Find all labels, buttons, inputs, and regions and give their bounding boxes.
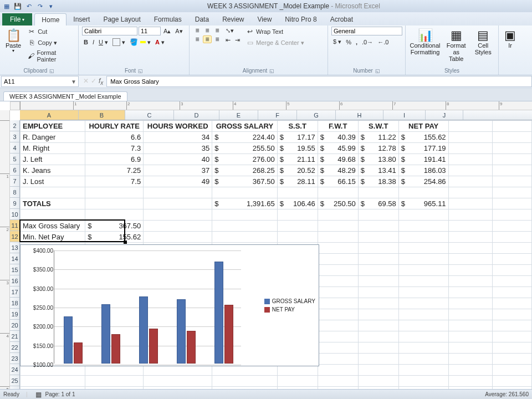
underline-button[interactable]: U ▾ [97, 38, 110, 47]
rowhdr-5[interactable]: 5 [10, 154, 19, 165]
rowhdr-16[interactable]: 16 [10, 275, 19, 287]
clipboard-dialog-icon[interactable]: ◱ [49, 68, 54, 74]
rowhdr-24[interactable]: 24 [10, 364, 19, 375]
increase-indent-button[interactable]: ⇥ [233, 36, 242, 44]
colhdr-F[interactable]: F [258, 110, 297, 120]
rowhdr-19[interactable]: 19 [10, 309, 19, 320]
rowhdr-8[interactable]: 8 [10, 187, 19, 198]
shrink-font-button[interactable]: A▾ [173, 27, 184, 35]
column-headers[interactable]: ABCDEFGHIJ [20, 110, 532, 120]
worksheet-grid[interactable]: 123456789 12345 ABCDEFGHIJ 2345678910111… [0, 101, 532, 389]
rowhdr-17[interactable]: 17 [10, 287, 19, 298]
colhdr-G[interactable]: G [297, 110, 336, 120]
colhdr-A[interactable]: A [20, 110, 79, 120]
colhdr-B[interactable]: B [79, 110, 125, 120]
rowhdr-11[interactable]: 11 [10, 220, 19, 231]
select-all-corner[interactable] [10, 101, 20, 110]
name-box[interactable]: ▼ [1, 76, 79, 87]
qat-dropdown-icon[interactable]: ▾ [47, 2, 55, 11]
tab-page-layout[interactable]: Page Layout [96, 13, 147, 25]
tab-nitro[interactable]: Nitro Pro 8 [278, 13, 323, 25]
alignment-dialog-icon[interactable]: ◱ [269, 68, 274, 74]
rowhdr-14[interactable]: 14 [10, 253, 19, 264]
copy-button[interactable]: ⎘Copy ▾ [25, 38, 75, 48]
enter-edit-icon[interactable]: ✓ [91, 77, 96, 86]
name-box-dropdown-icon[interactable]: ▼ [69, 79, 78, 85]
name-box-input[interactable] [2, 77, 69, 86]
vertical-align[interactable]: ≡≡≡ [193, 27, 222, 34]
rowhdr-22[interactable]: 22 [10, 342, 19, 353]
redo-icon[interactable]: ↷ [35, 2, 44, 11]
increase-decimal-button[interactable]: .0→ [360, 38, 375, 46]
tab-acrobat[interactable]: Acrobat [324, 13, 360, 25]
rowhdr-26[interactable]: 26 [10, 386, 19, 389]
cell-styles-button[interactable]: ▤Cell Styles [471, 27, 495, 58]
bold-button[interactable]: B [82, 38, 90, 46]
cancel-edit-icon[interactable]: ✕ [83, 77, 89, 86]
fill-color-button[interactable]: 🪣▾ [128, 37, 152, 47]
font-color-button[interactable]: A▾ [154, 38, 166, 47]
insert-cells-button[interactable]: ▣Ir [502, 27, 518, 51]
colhdr-J[interactable]: J [426, 110, 463, 120]
undo-icon[interactable]: ↶ [24, 2, 33, 11]
border-button[interactable]: ▾ [111, 38, 127, 47]
format-as-table-button[interactable]: ▦Format as Table [443, 27, 469, 64]
colhdr-D[interactable]: D [174, 110, 219, 120]
colhdr-I[interactable]: I [383, 110, 426, 120]
percent-button[interactable]: % [344, 38, 353, 46]
number-dialog-icon[interactable]: ◱ [375, 68, 380, 74]
tab-insert[interactable]: Insert [66, 13, 96, 25]
file-tab[interactable]: File ▾ [2, 13, 32, 25]
rowhdr-9[interactable]: 9 [10, 198, 19, 209]
rowhdr-10[interactable]: 10 [10, 209, 19, 220]
font-label: Font [125, 68, 136, 74]
fx-icon[interactable]: fx [99, 77, 103, 86]
formula-input[interactable] [106, 76, 532, 87]
comma-button[interactable]: , [354, 38, 359, 46]
workbook-tab[interactable]: WEEK 3 ASSIGNMENT _Model Example [3, 91, 127, 101]
rowhdr-3[interactable]: 3 [10, 131, 19, 142]
fill-handle[interactable] [124, 241, 127, 244]
colhdr-E[interactable]: E [219, 110, 258, 120]
italic-button[interactable]: I [91, 38, 96, 46]
colhdr-H[interactable]: H [336, 110, 383, 120]
tab-data[interactable]: Data [188, 13, 216, 25]
font-size-combo[interactable] [139, 27, 161, 35]
paste-button[interactable]: 📋 Paste▾ [3, 27, 23, 56]
embedded-chart[interactable]: $400.00$350.00$300.00$250.00$200.00$150.… [20, 244, 319, 366]
cut-button[interactable]: ✂Cut [25, 27, 75, 37]
rowhdr-12[interactable]: 12 [10, 231, 19, 242]
conditional-formatting-button[interactable]: 📊Conditional Formatting [409, 27, 441, 58]
decrease-indent-button[interactable]: ⇤ [224, 36, 232, 44]
save-icon[interactable]: 💾 [13, 2, 22, 11]
rowhdr-15[interactable]: 15 [10, 264, 19, 275]
font-dialog-icon[interactable]: ◱ [138, 68, 143, 74]
horizontal-align[interactable]: ≡≡≡ [193, 35, 222, 43]
decrease-decimal-button[interactable]: ←.0 [376, 38, 390, 46]
tab-formulas[interactable]: Formulas [147, 13, 188, 25]
colhdr-C[interactable]: C [125, 110, 174, 120]
orientation-button[interactable]: ⤡▾ [224, 27, 242, 35]
rowhdr-21[interactable]: 21 [10, 331, 19, 342]
wrap-text-button[interactable]: ↩Wrap Text [244, 27, 306, 37]
accounting-format-button[interactable]: $ ▾ [331, 38, 343, 46]
rowhdr-6[interactable]: 6 [10, 165, 19, 176]
rowhdr-23[interactable]: 23 [10, 353, 19, 364]
tab-review[interactable]: Review [216, 13, 250, 25]
number-format-combo[interactable] [331, 27, 402, 35]
font-name-combo[interactable] [82, 27, 137, 35]
tab-view[interactable]: View [251, 13, 279, 25]
rowhdr-7[interactable]: 7 [10, 176, 19, 187]
rowhdr-4[interactable]: 4 [10, 142, 19, 154]
format-painter-button[interactable]: 🖌Format Painter [25, 49, 75, 63]
rowhdr-13[interactable]: 13 [10, 242, 19, 253]
row-headers[interactable]: 2345678910111213141516171819202122232425… [10, 120, 20, 389]
rowhdr-18[interactable]: 18 [10, 298, 19, 309]
rowhdr-2[interactable]: 2 [10, 120, 19, 131]
tab-home[interactable]: Home [34, 13, 66, 25]
grow-font-button[interactable]: A▴ [162, 27, 172, 35]
rowhdr-20[interactable]: 20 [10, 320, 19, 331]
merge-center-button[interactable]: ▭Merge & Center ▾ [244, 38, 306, 48]
cells[interactable]: EMPLOYEEHOURLY RATEHOURS WORKEDGROSS SAL… [20, 120, 532, 389]
rowhdr-25[interactable]: 25 [10, 375, 19, 386]
